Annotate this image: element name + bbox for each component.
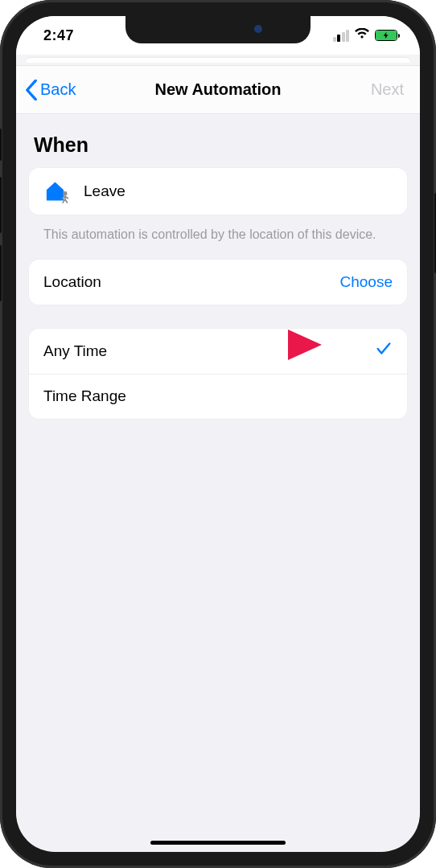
notch	[125, 16, 311, 43]
time-range-label: Time Range	[43, 387, 126, 405]
home-indicator[interactable]	[150, 841, 286, 845]
nav-title: New Automation	[154, 80, 281, 99]
front-camera-icon	[254, 25, 262, 33]
trigger-card[interactable]: Leave	[29, 168, 407, 215]
checkmark-icon	[375, 340, 393, 362]
section-header-when: When	[29, 129, 407, 168]
time-card: Any Time Time Range	[29, 329, 407, 419]
phone-frame: 2:47 Back New Automation Next	[0, 0, 436, 868]
back-label: Back	[40, 80, 76, 99]
volume-up-button	[0, 177, 2, 233]
trigger-footnote: This automation is controlled by the loc…	[29, 215, 407, 260]
time-option-range[interactable]: Time Range	[29, 374, 407, 419]
chevron-left-icon	[24, 80, 39, 100]
location-row[interactable]: Location Choose	[29, 260, 407, 305]
cellular-icon	[333, 30, 350, 42]
trigger-row-leave[interactable]: Leave	[29, 168, 407, 215]
next-button[interactable]: Next	[371, 80, 404, 99]
mute-switch	[0, 129, 2, 161]
back-button[interactable]: Back	[24, 80, 76, 100]
sheet-stack-hint	[16, 55, 420, 66]
content: When Leave This automation is controlled…	[16, 114, 420, 419]
trigger-label: Leave	[84, 182, 125, 200]
time-any-label: Any Time	[43, 342, 107, 360]
status-indicators	[333, 27, 398, 43]
wifi-icon	[354, 27, 370, 43]
location-card: Location Choose	[29, 260, 407, 305]
location-label: Location	[43, 273, 101, 291]
nav-bar: Back New Automation Next	[16, 66, 420, 114]
battery-charging-icon	[376, 31, 397, 40]
status-time: 2:47	[43, 27, 74, 44]
time-option-any[interactable]: Any Time	[29, 329, 407, 374]
screen: 2:47 Back New Automation Next	[16, 16, 420, 852]
leave-home-icon	[43, 179, 72, 203]
volume-down-button	[0, 245, 2, 301]
choose-location-button[interactable]: Choose	[340, 273, 393, 291]
battery-icon	[375, 30, 397, 41]
